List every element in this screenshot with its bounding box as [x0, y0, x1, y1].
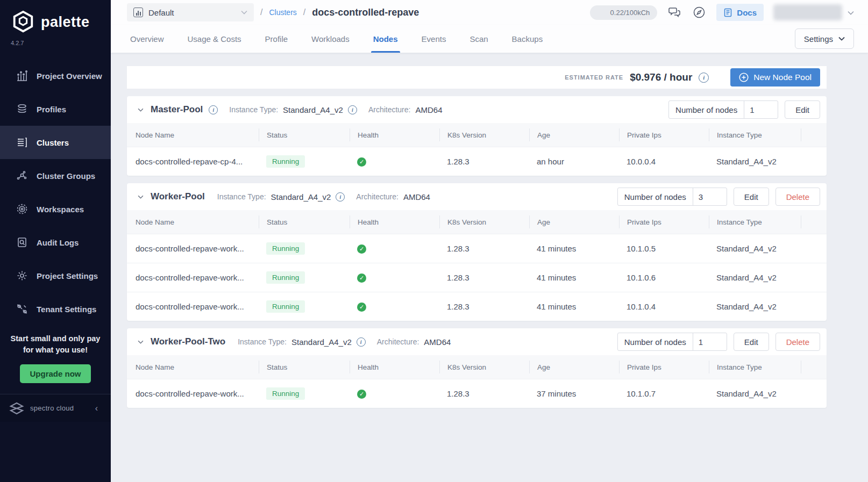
- sidebar-item-clusters[interactable]: Clusters: [0, 126, 111, 159]
- node-instance-type-cell: Standard_A4_v2: [709, 389, 801, 398]
- pools-container: Master-Pool i Instance Type: Standard_A4…: [127, 96, 868, 408]
- upgrade-now-button[interactable]: Upgrade now: [20, 364, 90, 383]
- status-badge: Running: [266, 271, 305, 284]
- node-private-ip-cell: 10.1.0.7: [619, 389, 709, 398]
- status-badge: Running: [266, 300, 305, 313]
- health-ok-icon: ✓: [357, 157, 366, 167]
- health-ok-icon: ✓: [357, 244, 366, 254]
- tab-profile[interactable]: Profile: [265, 25, 288, 53]
- nodes-content: ESTIMATED RATE $0.976 / hour i New Node …: [111, 53, 868, 482]
- sidebar-item-label: Audit Logs: [37, 238, 79, 247]
- pool-header: Worker-Pool Instance Type: Standard_A4_v…: [127, 183, 827, 210]
- table-header-row: Node Name Status Health K8s Version Age …: [127, 210, 827, 234]
- sidebar-item-project-settings[interactable]: Project Settings: [0, 259, 111, 292]
- instance-type-info-icon[interactable]: i: [336, 192, 345, 202]
- column-k8s-version: K8s Version: [439, 215, 529, 228]
- tab-backups[interactable]: Backups: [512, 25, 543, 53]
- column-private-ips: Private Ips: [619, 361, 709, 373]
- sidebar-item-project-overview[interactable]: Project Overview: [0, 59, 111, 92]
- cluster-settings-button[interactable]: Settings: [795, 28, 854, 49]
- settings-button-label: Settings: [804, 34, 833, 44]
- node-instance-type-cell: Standard_A4_v2: [709, 302, 801, 311]
- brand-name: palette: [41, 14, 90, 31]
- edit-pool-button[interactable]: Edit: [785, 100, 820, 119]
- pool-rows: docs-controlled-repave-work... Running ✓…: [127, 379, 827, 408]
- tab-overview[interactable]: Overview: [130, 25, 164, 53]
- architecture-label: Architecture:: [368, 105, 411, 114]
- collapse-pool-icon[interactable]: [136, 106, 146, 114]
- user-account-menu[interactable]: [773, 4, 842, 20]
- node-health-cell: ✓: [350, 389, 439, 399]
- number-of-nodes-input[interactable]: 1: [693, 333, 727, 350]
- node-pool-card: Worker-Pool-Two Instance Type: Standard_…: [127, 328, 827, 408]
- docs-button-label: Docs: [737, 8, 757, 17]
- collapse-pool-icon[interactable]: [136, 193, 146, 201]
- layers-icon: [16, 103, 28, 115]
- explore-button[interactable]: [692, 5, 707, 20]
- pool-actions: Number of nodes 1 Edit Delete: [617, 333, 820, 351]
- sidebar-collapse-icon[interactable]: ‹: [91, 401, 102, 415]
- node-status-cell: Running: [259, 271, 350, 284]
- pool-name: Master-Pool: [151, 104, 203, 115]
- palette-logo-icon: [11, 10, 35, 34]
- pool-name: Worker-Pool: [151, 191, 205, 202]
- node-table-row: docs-controlled-repave-work... Running ✓…: [127, 234, 827, 263]
- sidebar-item-label: Cluster Groups: [37, 171, 95, 181]
- tab-events[interactable]: Events: [422, 25, 446, 53]
- node-age-cell: an hour: [529, 157, 619, 166]
- number-of-nodes-input[interactable]: 1: [744, 101, 778, 118]
- sidebar-item-profiles[interactable]: Profiles: [0, 92, 111, 126]
- edit-pool-button[interactable]: Edit: [734, 188, 769, 206]
- estimated-rate-label: ESTIMATED RATE: [565, 74, 623, 81]
- node-age-cell: 41 minutes: [529, 273, 619, 282]
- usage-quota-pill: 0.22/100kCh: [590, 5, 657, 20]
- chevron-down-icon[interactable]: [848, 8, 854, 17]
- chevron-down-icon: [838, 37, 845, 41]
- node-status-cell: Running: [259, 300, 350, 313]
- project-selector[interactable]: Default: [127, 3, 254, 21]
- audit-log-icon: [16, 236, 28, 248]
- sidebar-item-tenant-settings[interactable]: Tenant Settings: [0, 292, 111, 326]
- breadcrumb-clusters-link[interactable]: Clusters: [269, 8, 296, 17]
- edit-pool-button[interactable]: Edit: [734, 333, 769, 351]
- number-of-nodes-label: Number of nodes: [618, 188, 693, 205]
- docs-button[interactable]: Docs: [716, 4, 764, 21]
- brand-block: palette 4.2.7: [0, 0, 111, 52]
- upgrade-promo: Start small and only pay for what you us…: [0, 326, 111, 394]
- main-area: Default / Clusters / docs-controlled-rep…: [111, 0, 868, 482]
- tab-usage-costs[interactable]: Usage & Costs: [188, 25, 241, 53]
- node-instance-type-cell: Standard_A4_v2: [709, 273, 801, 282]
- tab-nodes[interactable]: Nodes: [373, 25, 398, 53]
- node-k8s-version-cell: 1.28.3: [439, 244, 529, 253]
- feedback-chat-button[interactable]: [667, 5, 682, 20]
- column-status: Status: [259, 361, 350, 373]
- info-icon[interactable]: i: [699, 73, 709, 83]
- delete-pool-button[interactable]: Delete: [775, 188, 820, 206]
- tools-icon: [16, 303, 28, 315]
- compass-icon: [693, 6, 706, 19]
- delete-pool-button[interactable]: Delete: [775, 333, 820, 351]
- pool-title-info-icon[interactable]: i: [209, 105, 218, 114]
- column-actions: [801, 128, 827, 141]
- node-status-cell: Running: [259, 387, 350, 400]
- node-table-row: docs-controlled-repave-work... Running ✓…: [127, 292, 827, 321]
- instance-type-label: Instance Type:: [229, 105, 278, 114]
- book-icon: [723, 8, 732, 17]
- sidebar-item-workspaces[interactable]: Workspaces: [0, 192, 111, 226]
- sidebar-item-cluster-groups[interactable]: Cluster Groups: [0, 159, 111, 192]
- number-of-nodes-input[interactable]: 3: [693, 188, 727, 205]
- sidebar-item-audit-logs[interactable]: Audit Logs: [0, 226, 111, 259]
- column-age: Age: [529, 215, 619, 228]
- column-node-name: Node Name: [127, 361, 259, 373]
- collapse-pool-icon[interactable]: [136, 338, 146, 346]
- instance-type-info-icon[interactable]: i: [357, 337, 366, 347]
- node-pool-card: Worker-Pool Instance Type: Standard_A4_v…: [127, 183, 827, 321]
- number-of-nodes-control: Number of nodes 1: [668, 100, 778, 119]
- instance-type-info-icon[interactable]: i: [348, 105, 357, 114]
- column-private-ips: Private Ips: [619, 215, 709, 228]
- tab-scan[interactable]: Scan: [469, 25, 488, 53]
- tab-workloads[interactable]: Workloads: [311, 25, 350, 53]
- new-node-pool-button[interactable]: New Node Pool: [730, 68, 820, 87]
- column-actions: [801, 215, 827, 228]
- node-pool-card: Master-Pool i Instance Type: Standard_A4…: [127, 96, 827, 176]
